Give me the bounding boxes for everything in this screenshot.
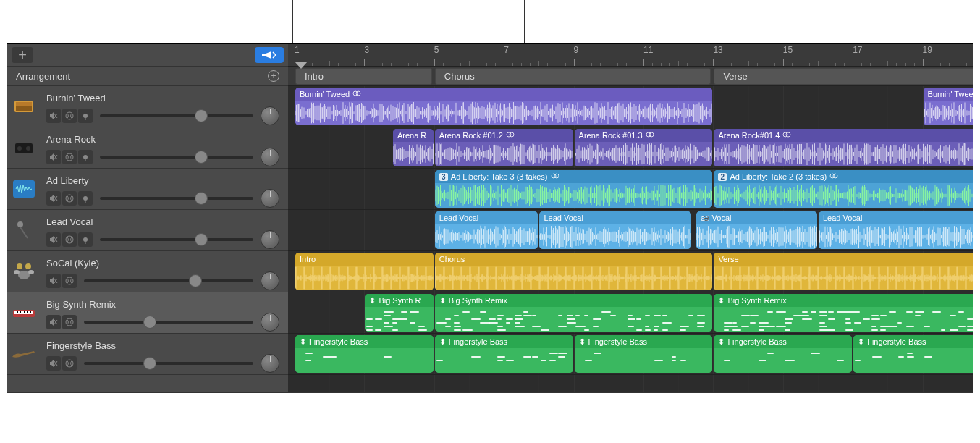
solo-button[interactable] <box>62 191 77 206</box>
track-header-1[interactable]: Arena Rock <box>7 127 288 169</box>
monitor-icon <box>10 134 38 161</box>
track-lane-0[interactable]: Burnin' Tweed Burnin' Tweed <box>288 86 973 127</box>
mute-button[interactable] <box>46 109 61 123</box>
track-lane-5[interactable]: ⬍ Big Synth R⬍ Big Synth Remix⬍ Big Synt… <box>288 292 973 334</box>
add-track-button[interactable]: + <box>12 47 33 63</box>
region[interactable]: Burnin' Tweed <box>295 88 712 125</box>
mute-button[interactable] <box>46 191 61 206</box>
ruler[interactable]: 135791113151719 <box>288 44 973 67</box>
track-header-0[interactable]: Burnin' Tweed <box>7 86 288 127</box>
region[interactable]: ⬍ Fingerstyle Bass <box>295 335 434 373</box>
region[interactable]: Lead Vocal <box>435 211 538 249</box>
mute-button[interactable] <box>46 274 61 288</box>
region[interactable]: ⬍ Fingerstyle Bass <box>435 335 573 373</box>
tracks-area[interactable]: Burnin' Tweed Burnin' TweedArena RArena … <box>288 86 973 392</box>
solo-button[interactable] <box>62 315 77 329</box>
track-controls <box>46 106 284 125</box>
region[interactable]: Lead Vocal <box>819 211 973 249</box>
region[interactable]: Arena Rock #01.3 <box>575 129 713 166</box>
playhead[interactable] <box>295 62 308 69</box>
track-lane-4[interactable]: IntroChorusVerse <box>288 251 973 292</box>
volume-slider[interactable] <box>100 109 253 123</box>
region-body <box>575 142 713 166</box>
input-monitor-button[interactable] <box>78 150 93 164</box>
ruler-tick <box>678 61 679 66</box>
track-header-2[interactable]: Ad Liberty <box>7 169 288 210</box>
track-lane-2[interactable]: 3 Ad Liberty: Take 3 (3 takes) 2 Ad Libe… <box>288 169 973 210</box>
region[interactable]: ⬍ Fingerstyle Bass <box>853 335 973 373</box>
region[interactable]: ⬍ Big Synth Remix <box>714 294 973 332</box>
mute-button[interactable] <box>46 356 61 371</box>
input-monitor-button[interactable] <box>78 191 93 206</box>
region[interactable]: Intro <box>295 253 434 290</box>
track-body: Lead Vocal <box>41 210 288 250</box>
region[interactable]: ⬍ Big Synth Remix <box>435 294 713 332</box>
svg-point-5 <box>83 114 88 118</box>
pan-knob[interactable] <box>261 106 279 125</box>
region-header: Lead Vocal <box>435 211 538 224</box>
region[interactable]: Verse <box>714 253 973 290</box>
region[interactable]: Lead Vocal <box>539 211 691 249</box>
ruler-subtick <box>766 63 766 66</box>
input-monitor-button[interactable] <box>78 109 93 123</box>
track-header-6[interactable]: Fingerstyle Bass <box>7 334 288 375</box>
volume-slider[interactable] <box>84 315 253 329</box>
track-header-list: Burnin' Tweed Arena Rock Ad Liberty <box>7 86 288 392</box>
ruler-subtick <box>460 63 461 66</box>
region[interactable]: Burnin' Tweed <box>924 88 973 125</box>
solo-button[interactable] <box>62 150 77 164</box>
region-body <box>714 183 973 208</box>
track-header-5[interactable]: Big Synth Remix <box>7 292 288 334</box>
track-header-3[interactable]: Lead Vocal <box>7 210 288 251</box>
loop-arrow-icon: ⬍ <box>439 296 446 305</box>
region[interactable]: ⬍ Fingerstyle Bass <box>714 335 852 373</box>
track-lane-6[interactable]: ⬍ Fingerstyle Bass⬍ Fingerstyle Bass⬍ Fi… <box>288 334 973 375</box>
mute-button[interactable] <box>46 150 61 164</box>
input-monitor-button[interactable] <box>78 232 93 247</box>
region-label: Ad Liberty: Take 3 (3 takes) <box>451 172 548 181</box>
track-header-4[interactable]: SoCal (Kyle) <box>7 251 288 292</box>
region[interactable]: ⬍ Big Synth R <box>365 294 433 332</box>
pan-knob[interactable] <box>261 230 279 249</box>
region[interactable]: ⬍ Fingerstyle Bass <box>575 335 713 373</box>
region[interactable]: Arena R <box>393 129 434 166</box>
region-body <box>924 101 973 125</box>
region[interactable]: Arena Rock#01.4 <box>714 129 973 166</box>
volume-slider[interactable] <box>100 191 253 206</box>
ruler-subtick <box>740 63 740 66</box>
region[interactable]: 2 Ad Liberty: Take 2 (3 takes) <box>714 170 973 208</box>
region[interactable]: Chorus <box>435 253 713 290</box>
track-lane-3[interactable]: Lead VocalLead Vocal⊕ad VocalLead Vocal <box>288 210 973 251</box>
mute-button[interactable] <box>46 315 61 329</box>
track-lane-1[interactable]: Arena RArena Rock #01.2 Arena Rock #01.3… <box>288 127 973 169</box>
volume-slider[interactable] <box>100 150 253 164</box>
mute-button[interactable] <box>46 232 61 247</box>
arrangement-row[interactable]: Arrangement + <box>7 67 288 86</box>
section-chorus[interactable]: Chorus <box>435 68 711 85</box>
ruler-subtick <box>512 63 513 66</box>
pan-knob[interactable] <box>261 271 279 290</box>
add-arrangement-marker-button[interactable]: + <box>268 70 279 82</box>
volume-slider[interactable] <box>100 232 253 247</box>
region[interactable]: Arena Rock #01.2 <box>435 129 573 166</box>
pan-knob[interactable] <box>261 148 279 166</box>
region[interactable]: 3 Ad Liberty: Take 3 (3 takes) <box>435 170 713 208</box>
solo-button[interactable] <box>62 232 77 247</box>
pan-knob[interactable] <box>261 189 279 208</box>
ruler-tick <box>329 61 330 66</box>
solo-button[interactable] <box>62 274 77 288</box>
solo-button[interactable] <box>62 356 77 371</box>
volume-slider[interactable] <box>84 274 253 288</box>
section-verse[interactable]: Verse <box>714 68 973 85</box>
volume-slider[interactable] <box>84 356 253 371</box>
callout-tracks-area-h <box>287 392 973 393</box>
ruler-subtick <box>669 63 670 66</box>
section-intro[interactable]: Intro <box>295 68 432 85</box>
region[interactable]: ⊕ad Vocal <box>696 211 817 249</box>
catch-playhead-button[interactable] <box>255 47 284 63</box>
ruler-number: 19 <box>923 45 932 55</box>
pan-knob[interactable] <box>261 313 279 332</box>
solo-button[interactable] <box>62 109 77 123</box>
pan-knob[interactable] <box>261 354 279 373</box>
arrangement-sections: IntroChorusVerse <box>288 67 973 86</box>
